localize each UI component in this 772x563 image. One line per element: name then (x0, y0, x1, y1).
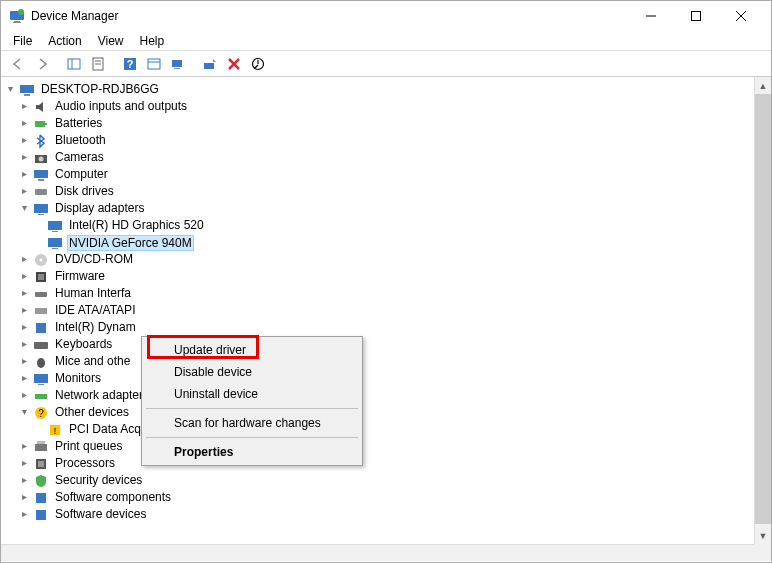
expand-icon[interactable]: ▸ (17, 253, 31, 267)
disable-button[interactable] (247, 53, 269, 75)
ide-icon (33, 303, 49, 319)
svg-rect-36 (52, 231, 58, 232)
tree-mice[interactable]: ▸Mice and othe (3, 353, 769, 370)
update-driver-button[interactable] (199, 53, 221, 75)
expand-icon[interactable]: ▸ (17, 151, 31, 165)
tree-dvd[interactable]: ▸DVD/CD-ROM (3, 251, 769, 268)
svg-rect-43 (35, 292, 47, 297)
tree-intel-dynamic[interactable]: ▸Intel(R) Dynam (3, 319, 769, 336)
tree-keyboards[interactable]: ▸Keyboards (3, 336, 769, 353)
context-separator (146, 437, 358, 438)
network-icon (33, 388, 49, 404)
tree-hid[interactable]: ▸Human Interfa (3, 285, 769, 302)
svg-point-3 (18, 9, 24, 15)
tree-print[interactable]: ▸Print queues (3, 438, 769, 455)
app-icon (9, 8, 25, 24)
menu-help[interactable]: Help (132, 32, 173, 50)
tree-computer[interactable]: ▸Computer (3, 166, 769, 183)
svg-rect-1 (14, 21, 20, 22)
tree-monitors[interactable]: ▸Monitors (3, 370, 769, 387)
svg-rect-26 (45, 123, 47, 125)
tree-disk[interactable]: ▸Disk drives (3, 183, 769, 200)
tree-security[interactable]: ▸Security devices (3, 472, 769, 489)
tree-software-components[interactable]: ▸Software components (3, 489, 769, 506)
selected-device-label: NVIDIA GeForce 940M (67, 235, 194, 251)
svg-rect-56 (37, 441, 45, 444)
back-button[interactable] (7, 53, 29, 75)
expand-icon[interactable]: ▸ (17, 457, 31, 471)
context-update-driver[interactable]: Update driver (144, 339, 360, 361)
tree-root[interactable]: ▾ DESKTOP-RDJB6GG (3, 81, 769, 98)
toolbar: ? (1, 51, 771, 77)
tree-bluetooth[interactable]: ▸Bluetooth (3, 132, 769, 149)
expand-icon[interactable]: ▸ (17, 440, 31, 454)
expand-icon[interactable]: ▸ (17, 508, 31, 522)
help-button[interactable]: ? (119, 53, 141, 75)
expand-icon[interactable]: ▸ (17, 491, 31, 505)
context-scan-hardware[interactable]: Scan for hardware changes (144, 412, 360, 434)
scroll-down-button[interactable]: ▼ (755, 527, 771, 544)
collapse-icon[interactable]: ▾ (17, 406, 31, 420)
context-disable-device[interactable]: Disable device (144, 361, 360, 383)
show-hide-tree-button[interactable] (63, 53, 85, 75)
expand-icon[interactable]: ▾ (3, 83, 17, 97)
expand-icon[interactable]: ▸ (17, 474, 31, 488)
uninstall-button[interactable] (223, 53, 245, 75)
context-uninstall-device[interactable]: Uninstall device (144, 383, 360, 405)
horizontal-scrollbar[interactable] (1, 544, 754, 561)
expand-icon[interactable]: ▸ (17, 372, 31, 386)
tree-network[interactable]: ▸Network adapters (3, 387, 769, 404)
expand-icon[interactable]: ▸ (17, 100, 31, 114)
titlebar: Device Manager (1, 1, 771, 31)
monitor-icon (33, 371, 49, 387)
scan-hardware-button[interactable] (167, 53, 189, 75)
expand-icon[interactable]: ▸ (17, 338, 31, 352)
software-icon (33, 490, 49, 506)
tree-batteries[interactable]: ▸Batteries (3, 115, 769, 132)
device-tree[interactable]: ▾ DESKTOP-RDJB6GG ▸Audio inputs and outp… (1, 77, 771, 527)
expand-icon[interactable]: ▸ (17, 304, 31, 318)
tree-other[interactable]: ▾?Other devices (3, 404, 769, 421)
forward-button[interactable] (31, 53, 53, 75)
context-properties[interactable]: Properties (144, 441, 360, 463)
properties-button[interactable] (87, 53, 109, 75)
svg-point-40 (40, 258, 43, 261)
collapse-icon[interactable]: ▾ (17, 202, 31, 216)
tree-display[interactable]: ▾Display adapters (3, 200, 769, 217)
expand-icon[interactable]: ▸ (17, 185, 31, 199)
expand-icon[interactable]: ▸ (17, 168, 31, 182)
expand-icon[interactable]: ▸ (17, 355, 31, 369)
tree-ide[interactable]: ▸IDE ATA/ATAPI (3, 302, 769, 319)
expand-icon[interactable]: ▸ (17, 134, 31, 148)
menu-action[interactable]: Action (40, 32, 89, 50)
svg-rect-45 (36, 323, 46, 333)
expand-icon[interactable]: ▸ (17, 287, 31, 301)
svg-rect-48 (34, 374, 48, 383)
scroll-thumb[interactable] (755, 94, 771, 524)
menu-view[interactable]: View (90, 32, 132, 50)
vertical-scrollbar[interactable]: ▲ ▼ (754, 77, 771, 544)
minimize-button[interactable] (628, 2, 673, 31)
context-menu: Update driver Disable device Uninstall d… (141, 336, 363, 466)
tree-cameras[interactable]: ▸Cameras (3, 149, 769, 166)
svg-rect-58 (38, 461, 44, 467)
tree-processors[interactable]: ▸Processors (3, 455, 769, 472)
tree-software-devices[interactable]: ▸Software devices (3, 506, 769, 523)
svg-rect-34 (38, 214, 44, 215)
expand-icon[interactable]: ▸ (17, 389, 31, 403)
expand-icon[interactable]: ▸ (17, 321, 31, 335)
tree-nvidia[interactable]: NVIDIA GeForce 940M (3, 234, 769, 251)
menu-file[interactable]: File (5, 32, 40, 50)
tree-audio[interactable]: ▸Audio inputs and outputs (3, 98, 769, 115)
tree-firmware[interactable]: ▸Firmware (3, 268, 769, 285)
tree-intel-gfx[interactable]: Intel(R) HD Graphics 520 (3, 217, 769, 234)
expand-icon[interactable]: ▸ (17, 270, 31, 284)
expand-icon[interactable]: ▸ (17, 117, 31, 131)
maximize-button[interactable] (673, 2, 718, 31)
tree-pci[interactable]: !PCI Data Acquisition and Signal Process… (3, 421, 769, 438)
svg-rect-44 (35, 308, 47, 314)
scroll-up-button[interactable]: ▲ (755, 77, 771, 94)
svg-text:?: ? (127, 58, 134, 70)
action-button[interactable] (143, 53, 165, 75)
close-button[interactable] (718, 2, 763, 31)
